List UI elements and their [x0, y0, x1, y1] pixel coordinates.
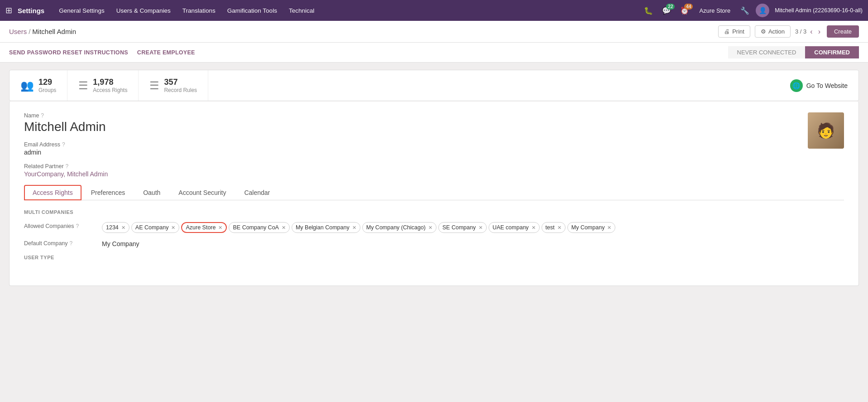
print-button[interactable]: 🖨 Print [718, 25, 750, 38]
status-badges: NEVER CONNECTED CONFIRMED [728, 46, 859, 58]
chat-badge: 22 [666, 4, 675, 10]
tag-se-company-remove[interactable]: ✕ [479, 225, 483, 231]
multi-companies-section-title: MULTI COMPANIES [24, 209, 844, 215]
globe-icon: 🌐 [790, 79, 803, 92]
menu-technical[interactable]: Technical [283, 5, 320, 17]
breadcrumb-current: Mitchell Admin [32, 28, 76, 35]
tag-test: test ✕ [542, 222, 566, 233]
name-help-icon[interactable]: ? [41, 112, 44, 119]
record-rules-stat[interactable]: ☰ 357 Record Rules [139, 70, 208, 101]
avatar-image: 🧑 [808, 112, 844, 149]
tab-calendar[interactable]: Calendar [235, 185, 278, 200]
partner-link[interactable]: YourCompany, Mitchell Admin [24, 170, 108, 178]
printer-icon: 🖨 [724, 28, 730, 35]
nav-prev-arrow[interactable]: ‹ [808, 27, 814, 37]
form-card: 🧑 Name ? Mitchell Admin Email Address ? … [9, 102, 859, 286]
menu-translations[interactable]: Translations [177, 5, 221, 17]
tag-1234-remove[interactable]: ✕ [121, 225, 125, 231]
tag-my-belgian-company-remove[interactable]: ✕ [352, 225, 356, 231]
create-button[interactable]: Create [827, 25, 859, 38]
topnav-icons: 🐛 💬 22 ⏰ 44 Azure Store 🔧 👤 Mitchell Adm… [641, 4, 863, 17]
tag-uae-company-remove[interactable]: ✕ [532, 225, 536, 231]
breadcrumb-bar: Users / Mitchell Admin 🖨 Print ⚙ Action … [0, 21, 868, 43]
tag-azure-store: Azure Store ✕ [181, 222, 227, 233]
menu-users-companies[interactable]: Users & Companies [111, 5, 176, 17]
tag-my-company-chicago: My Company (Chicago) ✕ [362, 222, 436, 233]
breadcrumb-actions: 🖨 Print ⚙ Action 3 / 3 ‹ › Create [718, 25, 859, 38]
status-never-connected[interactable]: NEVER CONNECTED [728, 46, 806, 58]
bug-icon[interactable]: 🐛 [641, 5, 656, 17]
go-to-website-button[interactable]: 🌐 Go To Website [779, 70, 858, 101]
app-brand[interactable]: Settings [18, 7, 44, 15]
tab-account-security[interactable]: Account Security [170, 185, 235, 200]
menu-general-settings[interactable]: General Settings [53, 5, 110, 17]
user-name[interactable]: Mitchell Admin (22263690-16-0-all) [775, 7, 863, 14]
clock-icon[interactable]: ⏰ 44 [677, 5, 692, 17]
chat-icon[interactable]: 💬 22 [659, 5, 674, 17]
default-company-value: My Company [102, 240, 139, 247]
allowed-companies-label: Allowed Companies ? [24, 220, 96, 229]
settings-icon[interactable]: 🔧 [738, 5, 752, 17]
tag-uae-company: UAE company ✕ [489, 222, 540, 233]
action-bar: SEND PASSWORD RESET INSTRUCTIONS CREATE … [0, 43, 868, 63]
tag-test-remove[interactable]: ✕ [557, 225, 561, 231]
tab-access-rights[interactable]: Access Rights [24, 185, 82, 200]
tag-my-belgian-company: My Belgian Company ✕ [292, 222, 360, 233]
menu-gamification-tools[interactable]: Gamification Tools [222, 5, 283, 17]
tag-azure-store-remove[interactable]: ✕ [218, 225, 222, 231]
create-employee-link[interactable]: CREATE EMPLOYEE [137, 49, 195, 56]
access-rights-stat[interactable]: ☰ 1,978 Access Rights [67, 70, 139, 101]
apps-menu-icon[interactable]: ⊞ [5, 5, 12, 15]
tag-se-company: SE Company ✕ [438, 222, 487, 233]
tag-my-company-remove[interactable]: ✕ [607, 225, 611, 231]
name-field-label: Name ? [24, 112, 844, 119]
status-confirmed[interactable]: CONFIRMED [805, 46, 859, 58]
top-menu: General Settings Users & Companies Trans… [53, 5, 639, 17]
partner-value: YourCompany, Mitchell Admin [24, 170, 844, 178]
user-type-section-title: USER TYPE [24, 255, 844, 260]
action-links: SEND PASSWORD RESET INSTRUCTIONS CREATE … [9, 49, 195, 56]
access-rights-icon: ☰ [78, 79, 88, 92]
action-button[interactable]: ⚙ Action [755, 25, 791, 38]
allowed-companies-tags: 1234 ✕ AE Company ✕ Azure Store ✕ BE Com… [102, 222, 615, 233]
partner-help-icon[interactable]: ? [66, 163, 69, 170]
email-value: admin [24, 149, 844, 156]
default-company-help-icon[interactable]: ? [70, 240, 73, 247]
groups-label: Groups [38, 87, 56, 93]
email-field-label: Email Address ? [24, 141, 844, 148]
breadcrumb: Users / Mitchell Admin [9, 28, 76, 35]
tag-my-company-chicago-remove[interactable]: ✕ [428, 225, 432, 231]
tab-oauth[interactable]: Oauth [134, 185, 169, 200]
groups-count: 129 [38, 77, 56, 87]
email-help-icon[interactable]: ? [62, 141, 65, 148]
store-name[interactable]: Azure Store [699, 7, 730, 14]
record-rules-icon: ☰ [149, 79, 159, 92]
clock-badge: 44 [684, 4, 693, 10]
user-photo[interactable]: 🧑 [808, 112, 844, 149]
user-avatar[interactable]: 👤 [756, 4, 769, 17]
partner-field-label: Related Partner ? [24, 163, 844, 170]
breadcrumb-parent[interactable]: Users [9, 28, 27, 35]
top-navigation: ⊞ Settings General Settings Users & Comp… [0, 0, 868, 21]
stats-card: 👥 129 Groups ☰ 1,978 Access Rights ☰ 357… [9, 70, 859, 101]
tag-ae-company-remove[interactable]: ✕ [171, 225, 175, 231]
nav-next-arrow[interactable]: › [816, 27, 822, 37]
groups-stat[interactable]: 👥 129 Groups [10, 70, 67, 101]
name-value: Mitchell Admin [24, 120, 844, 134]
nav-counter: 3 / 3 ‹ › [795, 27, 822, 37]
tag-be-company-coa-remove[interactable]: ✕ [282, 225, 286, 231]
tag-be-company-coa: BE Company CoA ✕ [229, 222, 289, 233]
record-rules-label: Record Rules [164, 87, 197, 93]
groups-icon: 👥 [20, 79, 34, 92]
tag-my-company: My Company ✕ [567, 222, 616, 233]
breadcrumb-separator: / [29, 28, 30, 35]
tag-ae-company: AE Company ✕ [131, 222, 180, 233]
tab-preferences[interactable]: Preferences [82, 185, 134, 200]
send-password-link[interactable]: SEND PASSWORD RESET INSTRUCTIONS [9, 49, 128, 56]
access-rights-count: 1,978 [93, 77, 127, 87]
default-company-label: Default Company ? [24, 240, 96, 247]
form-tabs: Access Rights Preferences Oauth Account … [24, 185, 844, 200]
tag-1234: 1234 ✕ [102, 222, 129, 233]
allowed-companies-help-icon[interactable]: ? [76, 223, 79, 229]
access-rights-label: Access Rights [93, 87, 127, 93]
